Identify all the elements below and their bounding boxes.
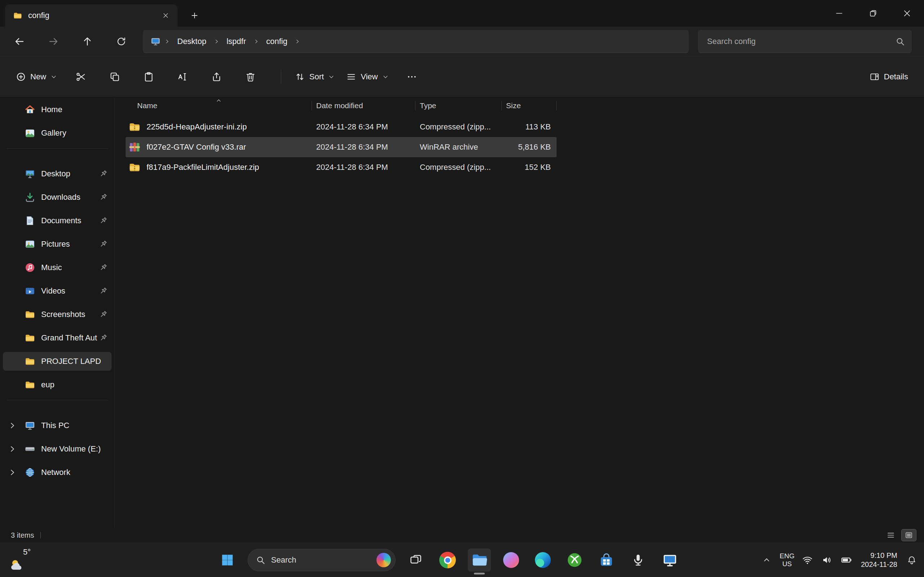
tab-config[interactable]: config [5,4,178,27]
edge-button[interactable] [531,548,554,572]
sidebar-item-music[interactable]: Music [3,258,111,277]
navigation-bar: Desktop lspdfr config Search config [0,27,924,56]
sort-button[interactable]: Sort [289,65,340,89]
new-tab-button[interactable] [186,8,203,23]
videos-icon [24,285,36,297]
trash-icon [245,71,256,82]
task-view-button[interactable] [404,548,427,572]
column-header-type[interactable]: Type [415,97,502,114]
this-pc-icon [24,420,36,431]
paste-button[interactable] [137,65,160,89]
tab-close-button[interactable] [159,9,173,23]
column-header-size[interactable]: Size [502,97,557,114]
details-button[interactable]: Details [864,65,914,89]
up-button[interactable] [75,30,100,53]
copy-button[interactable] [103,65,126,89]
file-name: 225d5d-HeapAdjuster-ini.zip [147,122,247,132]
display-app-icon [662,552,678,568]
sidebar-item-screenshots[interactable]: Screenshots [3,305,111,324]
breadcrumb-chevron-icon[interactable] [251,33,261,50]
file-date-modified: 2024-11-28 6:34 PM [312,122,415,132]
sidebar-item-network[interactable]: Network [3,463,111,482]
maximize-button[interactable] [856,0,890,27]
sidebar-item-eup[interactable]: eup [3,376,111,394]
microphone-app-button[interactable] [627,548,650,572]
chrome-button[interactable] [436,548,459,572]
battery-button[interactable] [838,548,855,572]
breadcrumb-chevron-icon[interactable] [212,33,221,50]
sidebar-item-downloads[interactable]: Downloads [3,188,111,206]
delete-button[interactable] [239,65,262,89]
search-input[interactable]: Search config [698,30,912,53]
sidebar-item-pictures[interactable]: Pictures [3,235,111,253]
file-size: 5,816 KB [502,142,557,152]
microsoft-store-button[interactable] [595,548,618,572]
pin-icon [99,333,108,343]
view-details-button[interactable] [884,529,898,541]
command-bar: New Sort View Details [0,56,924,97]
view-button[interactable]: View [340,65,394,89]
sidebar-item-videos[interactable]: Videos [3,282,111,300]
display-app-button[interactable] [658,548,682,572]
sidebar-item-new-volume-e[interactable]: New Volume (E:) [3,440,111,458]
sidebar-item-gallery[interactable]: Gallery [3,124,111,142]
documents-icon [24,215,36,226]
sidebar-item-project-lapd[interactable]: PROJECT LAPD [3,352,111,371]
view-large-thumbnails-button[interactable] [901,529,916,541]
restore-icon [868,9,878,18]
file-row[interactable]: f817a9-PackfileLimitAdjuster.zip 2024-11… [126,157,557,177]
chevron-right-icon[interactable] [8,468,16,477]
taskbar-search[interactable]: Search [247,549,396,571]
sidebar-item-home[interactable]: Home [3,100,111,119]
start-button[interactable] [216,548,239,572]
close-button[interactable] [890,0,924,27]
weather-widget[interactable]: 5° [6,545,40,576]
title-bar: config [0,0,924,27]
file-row-selected[interactable]: f027e2-GTAV Config v33.rar 2024-11-28 6:… [126,137,557,157]
language-indicator[interactable]: ENG US [778,548,796,572]
back-button[interactable] [7,30,32,53]
new-button[interactable]: New [10,65,63,89]
minimize-button[interactable] [822,0,856,27]
breadcrumb-chevron-icon[interactable] [292,33,302,50]
chevron-right-icon[interactable] [8,445,16,453]
wifi-button[interactable] [800,548,815,572]
column-header-name[interactable]: Name [126,97,312,114]
network-icon [24,467,36,478]
sidebar-item-documents[interactable]: Documents [3,211,111,230]
paste-icon [143,71,154,82]
file-explorer-button[interactable] [468,548,491,572]
file-row[interactable]: 225d5d-HeapAdjuster-ini.zip 2024-11-28 6… [126,117,557,137]
clock[interactable]: 9:10 PM 2024-11-28 [858,548,900,572]
close-icon [162,12,169,19]
sidebar-divider [6,148,108,148]
chevron-down-icon [50,74,57,80]
breadcrumb-item-desktop[interactable]: Desktop [172,33,212,50]
more-options-button[interactable] [400,65,423,89]
tray-expand-button[interactable] [759,548,775,572]
rename-button[interactable] [171,65,194,89]
address-bar[interactable]: Desktop lspdfr config [143,30,689,53]
notifications-button[interactable] [904,548,920,572]
home-icon [24,104,36,115]
sidebar-item-grand-theft-auto[interactable]: Grand Theft Aut [3,329,111,347]
breadcrumb-item-config[interactable]: config [261,33,293,50]
forward-button[interactable] [41,30,66,53]
breadcrumb-chevron-icon[interactable] [162,33,172,50]
sidebar-item-desktop[interactable]: Desktop [3,164,111,183]
breadcrumb-item-lspdfr[interactable]: lspdfr [221,33,251,50]
refresh-button[interactable] [109,30,134,53]
pin-icon [99,216,108,226]
chevron-up-icon [762,556,771,564]
temperature: 5° [23,548,31,557]
xbox-button[interactable] [563,548,586,572]
file-name: f027e2-GTAV Config v33.rar [147,142,246,152]
volume-button[interactable] [819,548,835,572]
column-header-date-modified[interactable]: Date modified [312,97,415,114]
cut-button[interactable] [69,65,92,89]
copilot-button[interactable] [499,548,523,572]
share-button[interactable] [205,65,228,89]
sidebar-item-this-pc[interactable]: This PC [3,416,111,435]
chevron-right-icon[interactable] [8,421,16,430]
battery-icon [841,554,852,566]
